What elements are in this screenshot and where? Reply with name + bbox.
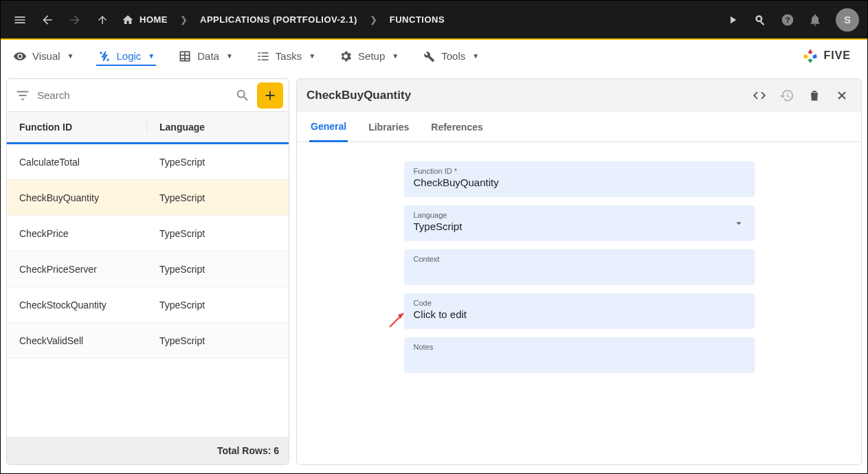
menu-visual[interactable]: Visual▼ [12, 47, 76, 66]
menu-logic[interactable]: Logic▼ [96, 47, 157, 66]
context-field[interactable]: Context [404, 249, 755, 285]
detail-tabs: General Libraries References [297, 112, 861, 142]
table-header: Function ID Language [7, 112, 289, 144]
gear-icon [339, 49, 353, 63]
top-bar: HOME ❯ APPLICATIONS (PORTFOLIOV-2.1) ❯ F… [1, 1, 867, 38]
menu-setup[interactable]: Setup▼ [337, 47, 400, 66]
cell-function-id: CheckBuyQuantity [7, 192, 147, 203]
table-row[interactable]: CheckValidSellTypeScript [7, 323, 289, 359]
close-icon[interactable] [832, 86, 852, 105]
svg-point-5 [100, 52, 102, 54]
col-function-id[interactable]: Function ID [7, 122, 147, 133]
chevron-down-icon [733, 217, 745, 229]
avatar[interactable]: S [836, 8, 859, 32]
filter-icon[interactable] [15, 88, 30, 103]
cell-function-id: CheckPrice [7, 228, 147, 239]
search-row [7, 79, 289, 112]
logic-icon [98, 49, 111, 63]
table-row[interactable]: CheckStockQuantityTypeScript [7, 287, 289, 323]
table-row[interactable]: CheckBuyQuantityTypeScript [7, 180, 289, 216]
cell-language: TypeScript [147, 335, 289, 346]
cell-language: TypeScript [147, 192, 289, 203]
cell-language: TypeScript [147, 228, 289, 239]
breadcrumb-functions[interactable]: FUNCTIONS [387, 14, 447, 25]
search-input[interactable] [37, 89, 228, 101]
code-field[interactable]: Code Click to edit [404, 293, 755, 329]
table-body: CalculateTotalTypeScriptCheckBuyQuantity… [7, 144, 289, 437]
menu-bar: Visual▼ Logic▼ Data▼ Tasks▼ Setup▼ Tools… [1, 40, 867, 73]
cell-function-id: CalculateTotal [7, 157, 147, 168]
detail-header: CheckBuyQuantity [297, 79, 861, 112]
five-logo-icon [801, 47, 819, 65]
detail-body: Function ID * CheckBuyQuantity Language … [297, 142, 861, 464]
play-icon[interactable] [722, 9, 744, 31]
table-row[interactable]: CalculateTotalTypeScript [7, 144, 289, 180]
brand-logo: FIVE [801, 47, 851, 65]
breadcrumb-home[interactable]: HOME [119, 14, 170, 26]
cell-language: TypeScript [147, 264, 289, 275]
form-column: Function ID * CheckBuyQuantity Language … [404, 161, 755, 464]
menu-tasks[interactable]: Tasks▼ [255, 47, 317, 66]
tab-general[interactable]: General [309, 113, 348, 142]
breadcrumb-label: FUNCTIONS [390, 14, 445, 25]
menu-tools[interactable]: Tools▼ [421, 47, 480, 66]
hamburger-icon[interactable] [9, 9, 31, 31]
breadcrumb-label: HOME [140, 14, 168, 25]
svg-point-2 [757, 16, 761, 20]
breadcrumb-label: APPLICATIONS (PORTFOLIOV-2.1) [200, 14, 357, 25]
workspace: Function ID Language CalculateTotalTypeS… [1, 73, 867, 471]
table-row[interactable]: CheckPriceTypeScript [7, 216, 289, 251]
cell-function-id: CheckStockQuantity [7, 300, 147, 311]
home-icon [122, 14, 134, 26]
code-icon[interactable] [750, 86, 769, 105]
col-language[interactable]: Language [147, 122, 289, 133]
table-icon [178, 49, 192, 63]
svg-point-6 [107, 58, 109, 60]
cell-language: TypeScript [147, 300, 289, 311]
plus-icon [263, 88, 278, 103]
notes-field[interactable]: Notes [404, 337, 755, 373]
history-icon[interactable] [777, 86, 797, 105]
functions-list-pane: Function ID Language CalculateTotalTypeS… [6, 78, 289, 465]
search-global-icon[interactable] [749, 9, 771, 31]
detail-pane: CheckBuyQuantity General Libraries Refer… [296, 78, 862, 465]
up-icon[interactable] [91, 9, 113, 31]
table-footer: Total Rows: 6 [7, 437, 289, 464]
bell-icon[interactable] [804, 9, 826, 31]
eye-icon [13, 49, 27, 63]
tab-references[interactable]: References [430, 113, 485, 141]
tab-libraries[interactable]: Libraries [367, 113, 410, 141]
help-icon[interactable]: ? [777, 9, 799, 31]
cell-function-id: CheckValidSell [7, 335, 147, 346]
cell-language: TypeScript [147, 157, 289, 168]
breadcrumb-applications[interactable]: APPLICATIONS (PORTFOLIOV-2.1) [197, 14, 360, 25]
svg-rect-1 [760, 21, 764, 25]
delete-icon[interactable] [805, 86, 824, 105]
back-icon[interactable] [36, 9, 58, 31]
tools-icon [422, 49, 436, 63]
add-button[interactable] [257, 82, 283, 109]
chevron-right-icon: ❯ [176, 14, 192, 25]
cell-function-id: CheckPriceServer [7, 264, 147, 275]
forward-icon [64, 9, 86, 31]
menu-data[interactable]: Data▼ [177, 47, 234, 66]
language-field[interactable]: Language TypeScript [404, 205, 755, 241]
search-icon[interactable] [235, 88, 250, 103]
table-row[interactable]: CheckPriceServerTypeScript [7, 251, 289, 287]
chevron-right-icon: ❯ [366, 14, 381, 25]
function-id-field[interactable]: Function ID * CheckBuyQuantity [404, 161, 755, 197]
svg-text:?: ? [785, 15, 790, 24]
detail-title: CheckBuyQuantity [307, 89, 742, 102]
tasks-icon [256, 49, 270, 63]
